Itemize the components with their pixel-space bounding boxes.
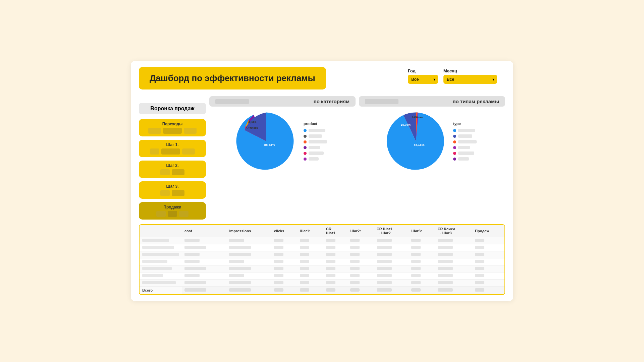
svg-text:88,33%: 88,33% [264, 143, 275, 146]
cell-step1 [297, 265, 323, 273]
legend-bar [309, 140, 327, 143]
cell-cr1 [323, 237, 347, 244]
year-filter-label: Год [408, 68, 438, 73]
legend-item [453, 140, 480, 143]
col-header-cr-step1: CRШаг1 [323, 225, 347, 237]
legend-bar [309, 152, 324, 155]
cell-step1 [297, 237, 323, 244]
legend-item [304, 134, 330, 138]
footer-step3 [409, 287, 435, 294]
blur-bar [172, 190, 184, 196]
year-select[interactable]: Все [408, 75, 438, 84]
cell-step3 [409, 273, 435, 280]
legend-bar [458, 157, 469, 161]
cell-step3 [409, 237, 435, 244]
legend-item [453, 157, 480, 161]
blur-bar [150, 148, 159, 155]
legend-title-categories: product [304, 122, 330, 126]
cell-prodazhi [472, 237, 504, 244]
cell-cr3 [435, 280, 473, 287]
cell-impressions [226, 258, 271, 265]
pie-title-categories: по категориям [314, 99, 350, 104]
legend-bar [458, 146, 470, 149]
cell-prodazhi [472, 273, 504, 280]
cell-step3 [409, 265, 435, 273]
pie-legend-types: type [453, 122, 480, 161]
pie-header-blur [215, 99, 249, 104]
cell-impressions [226, 237, 271, 244]
cell-cr1 [323, 244, 347, 251]
legend-item [304, 157, 330, 161]
cell-step2 [347, 237, 374, 244]
pie-header-categories: по категориям [209, 96, 356, 107]
cell-clicks [271, 258, 297, 265]
legend-dot [304, 135, 307, 138]
pie-charts-area: по категориям 88 [206, 96, 505, 173]
legend-item [304, 140, 330, 143]
cell-step2 [347, 258, 374, 265]
cell-impressions [226, 251, 271, 258]
footer-prodazhi [472, 287, 504, 294]
funnel-bars-2 [143, 169, 202, 175]
footer-cr1 [323, 287, 347, 294]
cell-cr3 [435, 237, 473, 244]
blur-bar [184, 128, 197, 134]
cell-step2 [347, 280, 374, 287]
legend-dot [453, 146, 456, 149]
cell-step1 [297, 251, 323, 258]
legend-dot [304, 152, 307, 155]
cell-step2 [347, 265, 374, 273]
funnel-step-3: Шаг 3. [139, 181, 206, 199]
col-header-cost: cost [182, 225, 226, 237]
pie-chart-categories: 88,33% 5,68% 3,93% 1,18% [234, 109, 298, 173]
dashboard: Дашборд по эффективности рекламы Год Все… [131, 61, 513, 301]
blur-bar [161, 148, 180, 155]
blur-bar [160, 190, 170, 196]
cell-cr1 [323, 251, 347, 258]
pie-legend-categories: product [304, 122, 330, 161]
table-footer-label: Всего [140, 287, 182, 294]
pie-title-types: по типам рекламы [452, 99, 499, 104]
blur-bar [182, 148, 195, 155]
dashboard-title: Дашборд по эффективности рекламы [150, 73, 315, 83]
cell-clicks [271, 273, 297, 280]
cell-cr1 [323, 273, 347, 280]
footer-impressions [226, 287, 271, 294]
cell-name [140, 258, 182, 265]
cell-cost [182, 265, 226, 273]
cell-cr12 [374, 273, 409, 280]
funnel-title: Воронка продаж [139, 103, 206, 114]
funnel-step-prodazhi: Продажи [139, 202, 206, 220]
cell-step2 [347, 244, 374, 251]
cell-cr12 [374, 265, 409, 273]
cell-cr1 [323, 265, 347, 273]
table-footer-row: Всего [140, 287, 504, 294]
table-row [140, 258, 504, 265]
pie-block-categories: по категориям 88 [209, 96, 356, 173]
cell-prodazhi [472, 258, 504, 265]
data-table: cost impressions clicks Шаг1: CRШаг1 Шаг… [140, 225, 504, 294]
legend-dot [304, 140, 307, 143]
cell-impressions [226, 265, 271, 273]
cell-cr3 [435, 265, 473, 273]
pie-header-blur-2 [365, 99, 398, 104]
month-select-wrapper: Все [443, 75, 497, 84]
month-select[interactable]: Все [443, 75, 497, 84]
cell-cost [182, 258, 226, 265]
footer-clicks [271, 287, 297, 294]
legend-bar [309, 146, 320, 149]
table-row [140, 251, 504, 258]
cell-cr3 [435, 258, 473, 265]
table-row [140, 237, 504, 244]
table-row [140, 273, 504, 280]
blur-bar [148, 128, 161, 134]
cell-impressions [226, 280, 271, 287]
cell-cost [182, 251, 226, 258]
cell-impressions [226, 244, 271, 251]
data-table-section: cost impressions clicks Шаг1: CRШаг1 Шаг… [139, 224, 505, 295]
funnel-bars-1 [143, 148, 202, 155]
col-header-impressions: impressions [226, 225, 271, 237]
legend-bar [458, 129, 475, 132]
footer-cr3 [435, 287, 473, 294]
header: Дашборд по эффективности рекламы Год Все… [131, 61, 513, 93]
